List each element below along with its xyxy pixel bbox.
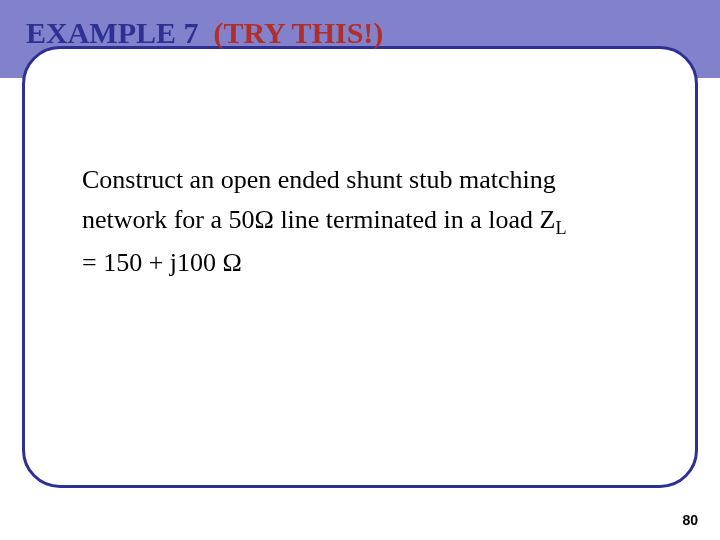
body-line2-sub: L bbox=[555, 218, 566, 238]
title-try: (TRY THIS!) bbox=[214, 16, 384, 49]
title-prefix: EXAMPLE 7 bbox=[26, 16, 199, 49]
page-number: 80 bbox=[682, 512, 698, 528]
slide: EXAMPLE 7 (TRY THIS!) Construct an open … bbox=[0, 0, 720, 540]
body-line2-pre: network for a 50Ω line terminated in a l… bbox=[82, 205, 555, 234]
body-line1: Construct an open ended shunt stub match… bbox=[82, 165, 556, 194]
body-text: Construct an open ended shunt stub match… bbox=[82, 160, 622, 283]
slide-title: EXAMPLE 7 (TRY THIS!) bbox=[26, 16, 383, 50]
body-line3: = 150 + j100 Ω bbox=[82, 248, 242, 277]
